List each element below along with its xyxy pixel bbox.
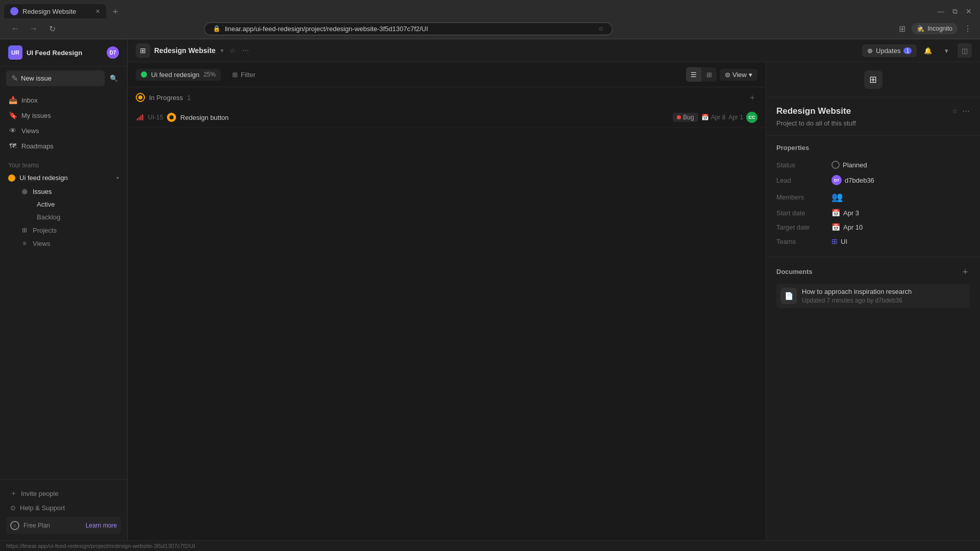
refresh-button[interactable]: ↻ <box>45 21 59 36</box>
main-content: Ui feed redesign 25% ⊞ Filter ☰ ⊞ ⊜ <box>128 62 766 540</box>
sidebar-item-inbox[interactable]: 📥 Inbox <box>4 92 123 108</box>
right-panel-title-row: Redesign Website ☆ ··· <box>766 97 980 119</box>
view-icon: ⊜ <box>725 71 730 79</box>
minimize-button[interactable]: — <box>937 7 944 15</box>
documents-section: Documents ＋ 📄 How to approach inspiratio… <box>766 257 980 316</box>
status-value[interactable]: Planned <box>831 161 867 169</box>
view-selector-button[interactable]: ⊜ View ▾ <box>720 69 757 81</box>
issue-title: Redesign button <box>180 114 669 121</box>
tab-close-button[interactable]: ✕ <box>95 8 100 15</box>
group-add-button[interactable]: ＋ <box>747 92 757 103</box>
documents-add-button[interactable]: ＋ <box>961 265 970 278</box>
address-bar[interactable]: 🔒 linear.app/ui-feed-redesign/project/re… <box>204 22 612 35</box>
svg-rect-2 <box>140 115 141 120</box>
help-support-button[interactable]: ⊙ Help & Support <box>6 501 121 515</box>
back-button[interactable]: ← <box>8 21 22 36</box>
extensions-button[interactable]: ⊞ <box>899 24 905 34</box>
new-issue-label: New issue <box>21 74 52 82</box>
members-value[interactable]: 👥 <box>831 191 843 203</box>
lead-label: Lead <box>776 177 827 184</box>
workspace-name: UI Feed Redesign <box>27 49 103 57</box>
lead-value[interactable]: D7 d7bdeb36 <box>831 175 874 185</box>
new-issue-button[interactable]: ✎ New issue <box>6 70 105 86</box>
projects-icon: ⊞ <box>20 226 29 234</box>
views-icon: 👁 <box>8 126 17 135</box>
sidebar-item-views[interactable]: 👁 Views <box>4 123 123 138</box>
help-icon: ⊙ <box>10 504 16 512</box>
backlog-label: Backlog <box>37 213 60 221</box>
search-button[interactable]: 🔍 <box>107 71 121 86</box>
sidebar-item-issues[interactable]: ◎ Issues <box>16 185 123 198</box>
top-bar-star-button[interactable]: ☆ <box>230 47 236 55</box>
start-date-label: Start date <box>776 209 827 217</box>
chevron-down-notifications[interactable]: ▾ <box>939 43 953 58</box>
project-title: Redesign Website <box>154 46 215 55</box>
maximize-button[interactable]: ⧉ <box>952 7 958 16</box>
close-window-button[interactable]: ✕ <box>966 7 972 15</box>
teams-value[interactable]: ⊞ UI <box>831 237 847 245</box>
free-plan-row: ○ Free Plan Learn more <box>6 517 121 534</box>
sidebar-item-my-issues[interactable]: 🔖 My issues <box>4 108 123 123</box>
new-tab-button[interactable]: ＋ <box>108 4 122 18</box>
members-icon: 👥 <box>831 191 843 203</box>
layout-button[interactable]: ◫ <box>958 43 972 58</box>
progress-dot <box>141 71 147 78</box>
document-title: How to approach inspiration research <box>802 288 966 295</box>
incognito-icon: 🕵 <box>917 25 924 32</box>
notifications-button[interactable]: 🔔 <box>921 43 935 58</box>
document-item[interactable]: 📄 How to approach inspiration research U… <box>776 284 970 308</box>
bookmark-icon[interactable]: ☆ <box>598 25 604 32</box>
table-row[interactable]: UI-15 Redesign button Bug 📅 <box>128 108 766 128</box>
team-subitems: ◎ Issues Active Backlog ⊞ Projects ≡ Vie… <box>4 185 123 250</box>
new-issue-icon: ✎ <box>11 73 18 83</box>
target-date-row: Target date 📅 Apr 10 <box>776 220 970 234</box>
right-panel-project-icon: ⊞ <box>864 70 883 89</box>
teams-row: Teams ⊞ UI <box>776 234 970 248</box>
active-label: Active <box>37 201 55 208</box>
tab-title: Redesign Website <box>22 8 91 15</box>
browser-menu-button[interactable]: ⋮ <box>964 24 972 34</box>
right-panel-star-button[interactable]: ☆ <box>952 107 958 115</box>
start-date-value[interactable]: 📅 Apr 3 <box>831 209 859 217</box>
issue-assignee-avatar: CC <box>746 112 757 123</box>
status-circle-icon <box>831 161 840 169</box>
search-icon: 🔍 <box>110 74 118 82</box>
invite-people-button[interactable]: ＋ Invite people <box>6 486 121 501</box>
sidebar-item-projects[interactable]: ⊞ Projects <box>16 223 123 237</box>
toolbar-right: ☰ ⊞ ⊜ View ▾ <box>686 67 757 82</box>
documents-header: Documents ＋ <box>776 265 970 278</box>
grid-view-button[interactable]: ⊞ <box>701 67 717 82</box>
active-tab[interactable]: Redesign Website ✕ <box>4 4 106 18</box>
team-item-ui-feed[interactable]: Ui feed redesign ▾ <box>4 171 123 185</box>
sidebar-item-active[interactable]: Active <box>16 198 123 211</box>
lead-text: d7bdeb36 <box>845 177 874 184</box>
target-date-value[interactable]: 📅 Apr 10 <box>831 223 863 231</box>
list-view-button[interactable]: ☰ <box>686 67 701 82</box>
view-chevron-icon: ▾ <box>749 71 752 79</box>
learn-more-button[interactable]: Learn more <box>86 522 117 529</box>
right-panel-more-button[interactable]: ··· <box>962 106 970 116</box>
status-label: Status <box>776 161 827 169</box>
breadcrumb-progress[interactable]: Ui feed redesign 25% <box>136 69 221 81</box>
start-date-calendar-icon: 📅 <box>831 209 840 217</box>
forward-button[interactable]: → <box>27 21 41 36</box>
lock-icon: 🔒 <box>213 25 220 32</box>
svg-rect-0 <box>137 118 138 120</box>
documents-title: Documents <box>776 268 961 276</box>
filter-button[interactable]: ⊞ Filter <box>227 69 261 81</box>
incognito-badge: 🕵 Incognito <box>912 23 958 34</box>
user-initials: D7 <box>110 50 116 56</box>
right-panel-title: Redesign Website <box>776 106 948 116</box>
sidebar-item-backlog[interactable]: Backlog <box>16 211 123 223</box>
date1-value: Apr 8 <box>711 114 726 121</box>
updates-label: Updates <box>876 47 900 55</box>
updates-button[interactable]: ⊕ Updates 1 <box>862 44 917 57</box>
user-avatar-badge[interactable]: D7 <box>107 46 119 59</box>
sidebar-item-roadmaps[interactable]: 🗺 Roadmaps <box>4 138 123 154</box>
top-bar-more-button[interactable]: ··· <box>242 46 249 55</box>
sidebar-item-team-views[interactable]: ≡ Views <box>16 237 123 250</box>
properties-label: Properties <box>776 144 970 152</box>
status-bar-url: https://linear.app/ui-feed-redesign/proj… <box>6 543 195 549</box>
view-btn-group: ☰ ⊞ <box>686 67 717 82</box>
workspace-avatar: UR <box>8 45 22 60</box>
